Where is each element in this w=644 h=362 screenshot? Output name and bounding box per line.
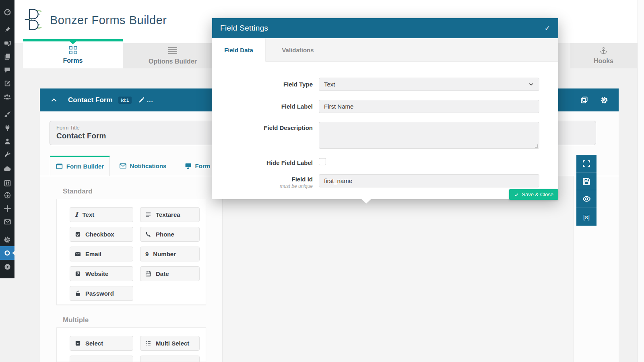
save-and-close-button[interactable]: Save & Close [509,189,558,200]
sidebar-item-mail[interactable] [0,215,14,228]
ring-icon [4,249,11,257]
palette-field-select[interactable]: Select [70,336,133,351]
collapse-chevron-up-icon[interactable] [50,97,58,104]
preview-button[interactable] [576,190,597,208]
sidebar-item-pages[interactable] [0,49,14,63]
tab-form-builder[interactable]: Form Builder [50,156,110,176]
sidebar-item-bonzer-forms[interactable] [0,246,14,260]
sidebar-item-move[interactable] [0,202,14,215]
fullscreen-icon [582,160,590,168]
gear-icon [4,236,11,243]
modal-header: Field Settings ✓ [212,18,558,38]
palette-field-checkbox[interactable]: Checkbox [70,227,133,242]
play-circle-icon [4,263,11,270]
tab-hooks[interactable]: Hooks [570,43,637,68]
tab-field-data[interactable]: Field Data [212,38,266,62]
sidebar-item-comments[interactable] [0,63,14,77]
mail-icon [4,218,11,225]
palette-field-date[interactable]: Date [140,266,200,281]
modal-confirm-check-icon[interactable]: ✓ [545,24,550,33]
field-type-label: Field Type [220,81,313,88]
more-options-dots[interactable]: ... [147,97,153,103]
sidebar-item-media[interactable] [0,36,14,50]
dashboard-icon [4,9,11,16]
field-type-select[interactable]: Text [319,78,539,91]
italic-i-icon: I [75,212,78,218]
plug-icon [4,124,11,131]
modal-title: Field Settings [220,24,268,33]
tab-form-builder-label: Form Builder [66,163,104,170]
field-id-label: Field Id [220,176,313,183]
tab-validations[interactable]: Validations [266,38,330,62]
palette-field-email[interactable]: Email [70,247,133,261]
palette-field-password[interactable]: Password [70,286,133,301]
people-icon [4,93,11,101]
sidebar-item-cloud[interactable] [0,162,14,176]
page-scrollbar[interactable] [638,0,644,362]
field-type-value: Text [324,81,335,88]
palette-field-website[interactable]: Website [70,266,133,281]
field-label-input[interactable] [319,100,539,113]
palette-field-multi-select[interactable]: Multi Select [140,336,200,351]
rename-pencil-icon[interactable] [138,97,144,103]
palette-field-phone[interactable]: Phone [140,227,200,242]
tab-notifications[interactable]: Notifications [110,156,176,176]
field-label-label: Field Label [220,103,313,110]
palette-field-cutoff[interactable] [70,356,133,362]
field-description-textarea[interactable] [319,122,539,149]
user-icon [4,138,11,145]
fullscreen-button[interactable] [576,155,597,173]
external-link-icon [75,271,81,277]
paintbrush-icon [4,111,11,118]
sidebar-item-plugins[interactable] [0,121,14,134]
palette-field-number[interactable]: 9Number [140,247,200,261]
pin-icon [4,26,11,33]
field-id-input[interactable] [319,174,539,187]
logo-mark-icon [23,6,48,34]
sidebar-item-users[interactable] [0,134,14,148]
anchor-icon [600,47,607,55]
sidebar-item-appearance[interactable] [0,107,14,121]
palette-field-text[interactable]: IText [70,207,133,222]
resize-handle[interactable] [535,144,538,148]
form-settings-gear-icon[interactable] [600,96,608,104]
cloud-icon [4,165,11,173]
standard-fields-card: IText Textarea Checkbox Phone Email 9Num… [56,199,206,305]
comment-icon [4,67,10,73]
app-window: Bonzer Forms Builder Forms Options Build… [0,0,644,362]
sidebar-item-settings[interactable] [0,233,14,247]
sidebar-item-posts[interactable] [0,23,14,36]
active-pointer [12,251,14,255]
hide-field-label-label: Hide Field Label [220,159,313,166]
tab-options-builder[interactable]: Options Builder [123,43,223,68]
checkbox-icon [75,231,81,237]
text-lines-icon [145,212,151,218]
sidebar-item-dashboard[interactable] [0,5,14,19]
canvas-toolbar: [s] [576,155,597,226]
floppy-save-icon [582,177,590,185]
save-button[interactable] [576,173,597,190]
reel-icon [4,192,11,199]
tab-forms-label: Forms [63,57,83,64]
pages-icon [4,53,11,60]
tab-hooks-label: Hooks [594,58,613,65]
sidebar-item-community[interactable] [0,90,14,104]
tab-forms[interactable]: Forms [23,39,123,68]
shortcode-button[interactable]: [s] [576,208,597,226]
duplicate-form-icon[interactable] [580,96,588,104]
palette-field-cutoff[interactable] [140,356,200,362]
hide-field-label-checkbox[interactable] [319,158,326,165]
palette-field-textarea[interactable]: Textarea [140,207,200,222]
sidebar-item-settings-panel[interactable] [0,176,14,190]
sidebar-item-media-reel[interactable] [0,188,14,202]
calendar-icon [145,271,151,277]
hamburger-icon [168,46,177,56]
multiple-fields-card: Select Multi Select [56,327,206,362]
sidebar-item-tools[interactable] [0,148,14,161]
sidebar-item-collapse[interactable] [0,260,14,274]
form-canvas [222,176,574,362]
monitor-icon [185,162,192,169]
sidebar-item-editor[interactable] [0,76,14,90]
chevron-down-icon [528,81,534,87]
standard-heading: Standard [63,187,93,195]
